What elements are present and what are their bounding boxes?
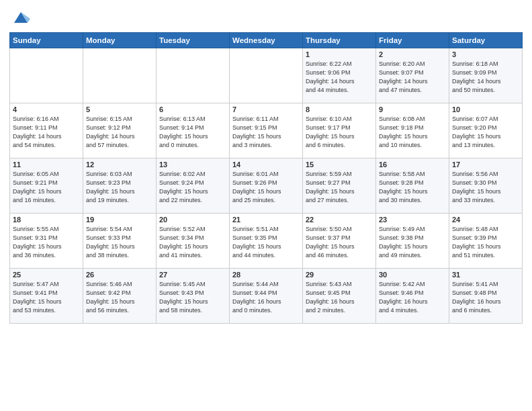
day-info: Sunrise: 5:45 AM Sunset: 9:43 PM Dayligh… [159, 280, 226, 315]
calendar-day: 13Sunrise: 6:02 AM Sunset: 9:24 PM Dayli… [157, 158, 230, 214]
day-number: 24 [452, 216, 519, 224]
day-number: 4 [13, 105, 80, 113]
calendar-day: 25Sunrise: 5:47 AM Sunset: 9:41 PM Dayli… [10, 269, 83, 324]
calendar-day: 31Sunrise: 5:41 AM Sunset: 9:48 PM Dayli… [449, 269, 523, 324]
day-number: 19 [86, 216, 153, 224]
day-info: Sunrise: 5:50 AM Sunset: 9:37 PM Dayligh… [306, 225, 373, 260]
calendar-day: 17Sunrise: 5:56 AM Sunset: 9:30 PM Dayli… [449, 158, 523, 214]
day-number: 8 [306, 105, 373, 113]
weekday-header: Tuesday [157, 33, 230, 48]
day-info: Sunrise: 5:46 AM Sunset: 9:42 PM Dayligh… [86, 280, 153, 315]
weekday-header: Friday [376, 33, 449, 48]
calendar-day: 11Sunrise: 6:05 AM Sunset: 9:21 PM Dayli… [10, 158, 83, 214]
day-number: 15 [306, 161, 373, 169]
day-info: Sunrise: 5:52 AM Sunset: 9:34 PM Dayligh… [159, 225, 226, 260]
day-info: Sunrise: 6:16 AM Sunset: 9:11 PM Dayligh… [13, 115, 80, 150]
calendar-day: 27Sunrise: 5:45 AM Sunset: 9:43 PM Dayli… [157, 269, 230, 324]
calendar-day: 4Sunrise: 6:16 AM Sunset: 9:11 PM Daylig… [10, 103, 83, 158]
calendar-week: 11Sunrise: 6:05 AM Sunset: 9:21 PM Dayli… [10, 158, 523, 214]
weekday-header: Saturday [449, 33, 523, 48]
calendar-day [230, 48, 303, 103]
day-info: Sunrise: 5:59 AM Sunset: 9:27 PM Dayligh… [306, 170, 373, 205]
logo [9, 7, 30, 27]
day-number: 27 [159, 271, 226, 279]
calendar-day: 18Sunrise: 5:55 AM Sunset: 9:31 PM Dayli… [10, 214, 83, 269]
day-info: Sunrise: 5:41 AM Sunset: 9:48 PM Dayligh… [452, 280, 519, 315]
calendar-day: 8Sunrise: 6:10 AM Sunset: 9:17 PM Daylig… [303, 103, 376, 158]
day-number: 11 [13, 161, 80, 169]
calendar-day: 10Sunrise: 6:07 AM Sunset: 9:20 PM Dayli… [449, 103, 523, 158]
logo-icon [11, 8, 30, 27]
day-info: Sunrise: 6:05 AM Sunset: 9:21 PM Dayligh… [13, 170, 80, 205]
calendar-day: 21Sunrise: 5:51 AM Sunset: 9:35 PM Dayli… [230, 214, 303, 269]
day-info: Sunrise: 5:43 AM Sunset: 9:45 PM Dayligh… [306, 280, 373, 315]
day-info: Sunrise: 6:03 AM Sunset: 9:23 PM Dayligh… [86, 170, 153, 205]
day-info: Sunrise: 6:20 AM Sunset: 9:07 PM Dayligh… [379, 60, 446, 95]
day-number: 31 [452, 271, 519, 279]
calendar-day: 28Sunrise: 5:44 AM Sunset: 9:44 PM Dayli… [230, 269, 303, 324]
calendar-day: 14Sunrise: 6:01 AM Sunset: 9:26 PM Dayli… [230, 158, 303, 214]
day-number: 22 [306, 216, 373, 224]
weekday-header: Sunday [10, 33, 83, 48]
header [9, 7, 523, 27]
day-number: 10 [452, 105, 519, 113]
calendar-day: 5Sunrise: 6:15 AM Sunset: 9:12 PM Daylig… [83, 103, 157, 158]
day-info: Sunrise: 5:51 AM Sunset: 9:35 PM Dayligh… [232, 225, 300, 260]
day-info: Sunrise: 5:55 AM Sunset: 9:31 PM Dayligh… [13, 225, 80, 260]
calendar-day: 7Sunrise: 6:11 AM Sunset: 9:15 PM Daylig… [230, 103, 303, 158]
day-number: 5 [86, 105, 153, 113]
day-number: 3 [452, 50, 519, 58]
day-info: Sunrise: 5:48 AM Sunset: 9:39 PM Dayligh… [452, 225, 519, 260]
day-number: 25 [13, 271, 80, 279]
day-info: Sunrise: 6:07 AM Sunset: 9:20 PM Dayligh… [452, 115, 519, 150]
day-info: Sunrise: 6:13 AM Sunset: 9:14 PM Dayligh… [159, 115, 226, 150]
calendar-day: 26Sunrise: 5:46 AM Sunset: 9:42 PM Dayli… [83, 269, 157, 324]
calendar-day: 2Sunrise: 6:20 AM Sunset: 9:07 PM Daylig… [376, 48, 449, 103]
calendar-week: 18Sunrise: 5:55 AM Sunset: 9:31 PM Dayli… [10, 214, 523, 269]
calendar-day: 29Sunrise: 5:43 AM Sunset: 9:45 PM Dayli… [303, 269, 376, 324]
day-number: 7 [232, 105, 300, 113]
day-info: Sunrise: 6:08 AM Sunset: 9:18 PM Dayligh… [379, 115, 446, 150]
day-info: Sunrise: 5:49 AM Sunset: 9:38 PM Dayligh… [379, 225, 446, 260]
calendar-day: 30Sunrise: 5:42 AM Sunset: 9:46 PM Dayli… [376, 269, 449, 324]
day-number: 9 [379, 105, 446, 113]
calendar-day [157, 48, 230, 103]
day-info: Sunrise: 5:42 AM Sunset: 9:46 PM Dayligh… [379, 280, 446, 315]
day-info: Sunrise: 6:15 AM Sunset: 9:12 PM Dayligh… [86, 115, 153, 150]
day-number: 18 [13, 216, 80, 224]
calendar-day [83, 48, 157, 103]
weekday-header: Monday [83, 33, 157, 48]
day-number: 30 [379, 271, 446, 279]
day-number: 2 [379, 50, 446, 58]
day-info: Sunrise: 5:54 AM Sunset: 9:33 PM Dayligh… [86, 225, 153, 260]
day-info: Sunrise: 5:56 AM Sunset: 9:30 PM Dayligh… [452, 170, 519, 205]
calendar-day: 22Sunrise: 5:50 AM Sunset: 9:37 PM Dayli… [303, 214, 376, 269]
header-row: SundayMondayTuesdayWednesdayThursdayFrid… [10, 33, 523, 48]
calendar-day: 23Sunrise: 5:49 AM Sunset: 9:38 PM Dayli… [376, 214, 449, 269]
day-number: 1 [306, 50, 373, 58]
day-info: Sunrise: 5:47 AM Sunset: 9:41 PM Dayligh… [13, 280, 80, 315]
day-info: Sunrise: 6:10 AM Sunset: 9:17 PM Dayligh… [306, 115, 373, 150]
day-info: Sunrise: 5:44 AM Sunset: 9:44 PM Dayligh… [232, 280, 300, 315]
calendar-week: 25Sunrise: 5:47 AM Sunset: 9:41 PM Dayli… [10, 269, 523, 324]
day-info: Sunrise: 6:11 AM Sunset: 9:15 PM Dayligh… [232, 115, 300, 150]
day-info: Sunrise: 6:01 AM Sunset: 9:26 PM Dayligh… [232, 170, 300, 205]
day-number: 12 [86, 161, 153, 169]
day-number: 13 [159, 161, 226, 169]
calendar-day: 20Sunrise: 5:52 AM Sunset: 9:34 PM Dayli… [157, 214, 230, 269]
calendar-day [10, 48, 83, 103]
day-info: Sunrise: 6:02 AM Sunset: 9:24 PM Dayligh… [159, 170, 226, 205]
calendar-day: 16Sunrise: 5:58 AM Sunset: 9:28 PM Dayli… [376, 158, 449, 214]
calendar-day: 12Sunrise: 6:03 AM Sunset: 9:23 PM Dayli… [83, 158, 157, 214]
weekday-header: Wednesday [230, 33, 303, 48]
day-number: 20 [159, 216, 226, 224]
day-number: 29 [306, 271, 373, 279]
day-number: 26 [86, 271, 153, 279]
day-info: Sunrise: 6:22 AM Sunset: 9:06 PM Dayligh… [306, 60, 373, 95]
day-number: 21 [232, 216, 300, 224]
calendar-page: SundayMondayTuesdayWednesdayThursdayFrid… [0, 0, 532, 411]
weekday-header: Thursday [303, 33, 376, 48]
calendar-day: 9Sunrise: 6:08 AM Sunset: 9:18 PM Daylig… [376, 103, 449, 158]
calendar-day: 19Sunrise: 5:54 AM Sunset: 9:33 PM Dayli… [83, 214, 157, 269]
calendar-day: 15Sunrise: 5:59 AM Sunset: 9:27 PM Dayli… [303, 158, 376, 214]
